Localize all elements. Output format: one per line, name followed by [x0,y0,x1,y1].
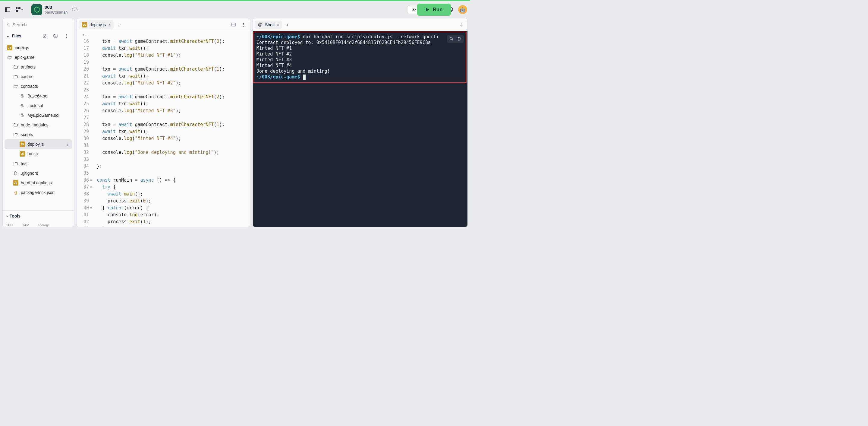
shell-tab-bar: Shell × + ⋮ [253,19,467,31]
tree-item-label: Base64.sol [27,93,48,98]
project-info: 003 paulCoinman [44,4,68,15]
file-icon [13,170,19,176]
tree-item[interactable]: cache [4,72,72,82]
solidity-icon [20,113,25,118]
tree-item[interactable]: scripts [4,130,72,139]
chevron-right-icon: › [6,214,8,219]
js-icon: JS [7,45,12,50]
cloud-sync-icon[interactable] [70,5,79,14]
tree-item[interactable]: node_modules [4,120,72,130]
search-input[interactable] [12,22,70,27]
add-tab-button[interactable]: + [115,21,123,29]
more-icon[interactable]: ⋮ [239,20,248,29]
ram-label: RAM [22,223,29,227]
tree-item-label: node_modules [21,122,49,127]
svg-marker-5 [34,7,39,12]
storage-label: Storage [38,223,50,227]
shell-terminal[interactable]: ~/003/epic-game$ npx hardhat run scripts… [253,31,467,227]
tools-label: Tools [10,214,21,219]
svg-marker-11 [22,96,24,98]
tree-item-label: MyEpicGame.sol [27,113,59,118]
svg-rect-3 [19,7,21,9]
footer-stats: CPU RAM Storage [3,222,74,227]
editor-tab-bar: JS deploy.js × + ⋮ [77,19,250,31]
shell-tab-label: Shell [265,22,274,27]
tree-item[interactable]: epic-game [4,53,72,62]
tree-item[interactable]: JSdeploy.js⋮ [4,139,72,149]
tree-item-label: run.js [27,151,38,156]
tree-item[interactable]: {}package-lock.json [4,188,72,197]
svg-rect-2 [16,7,18,9]
tree-item[interactable]: test [4,159,72,168]
add-tab-button[interactable]: + [283,21,292,29]
tree-item-label: package-lock.json [21,190,55,195]
tab-deploy-js[interactable]: JS deploy.js × [79,20,114,29]
folder-open-icon [7,55,12,60]
sidebar: ⌄ Files ⋮ JSindex.jsepic-gameartifactsca… [2,18,74,227]
tree-item-label: cache [21,74,32,79]
shell-panel: Shell × + ⋮ ~/003/epic-game$ npx hardhat… [253,18,468,227]
tree-item[interactable]: Base64.sol [4,91,72,101]
new-folder-icon[interactable] [51,31,60,40]
tab-shell[interactable]: Shell × [255,21,282,29]
tab-label: deploy.js [90,22,106,27]
code-area[interactable]: 1617181920212223242526272829303132333435… [77,38,250,227]
breadcrumb[interactable]: › ... [77,31,250,38]
tree-item-label: deploy.js [27,142,44,147]
shell-search-icon[interactable] [450,36,454,41]
tree-item[interactable]: Lock.sol [4,101,72,110]
project-name: 003 [44,4,68,10]
json-icon: {} [13,190,19,195]
svg-point-9 [7,24,9,25]
tree-item-label: index.js [15,45,29,50]
more-icon[interactable]: ⋮ [65,142,70,147]
shell-icon [258,22,262,27]
tree-item[interactable]: MyEpicGame.sol [4,110,72,120]
cpu-label: CPU [6,223,13,227]
invite-icon [412,7,416,12]
tree-item-label: contracts [21,84,38,89]
new-file-icon[interactable] [40,31,49,40]
tree-item-label: artifacts [21,64,36,69]
run-button[interactable]: Run [417,4,451,16]
more-icon[interactable]: ⋮ [62,31,71,40]
file-tree: JSindex.jsepic-gameartifactscachecontrac… [3,42,74,210]
close-icon[interactable]: × [108,22,111,27]
more-icon[interactable]: ⋮ [457,20,466,29]
folder-open-icon [13,84,19,89]
apps-icon[interactable]: ▾ [14,5,24,14]
tools-section[interactable]: › Tools [3,210,74,222]
search-icon [7,22,10,27]
topbar: ▾ 003 paulCoinman Run Invite 🤖 [0,0,470,18]
tree-item-label: test [21,161,28,166]
folder-open-icon [13,132,19,137]
avatar[interactable]: 🤖 [458,5,467,14]
tree-item[interactable]: JShardhat.config.js [4,178,72,188]
close-icon[interactable]: × [277,22,279,27]
folder-icon [13,64,19,70]
files-header[interactable]: ⌄ Files ⋮ [3,30,74,42]
js-icon: JS [82,22,87,27]
svg-marker-10 [21,94,23,96]
tree-item-label: epic-game [15,55,34,60]
svg-point-18 [450,37,453,40]
files-label: Files [12,33,22,38]
svg-rect-4 [16,10,18,12]
tree-item[interactable]: JSindex.js [4,43,72,53]
tree-item[interactable]: .gitignore [4,168,72,178]
tree-item[interactable]: artifacts [4,62,72,72]
tree-item[interactable]: JSrun.js [4,149,72,159]
tree-item-label: scripts [21,132,33,137]
tree-item-label: Lock.sol [27,103,43,108]
trash-icon[interactable] [457,36,461,41]
svg-rect-1 [5,7,7,12]
editor-panel: JS deploy.js × + ⋮ › ... 161718192021222… [76,18,250,227]
svg-rect-16 [231,23,236,26]
tree-item[interactable]: contracts [4,82,72,91]
solidity-icon [20,103,25,108]
folder-icon [13,122,19,127]
preview-icon[interactable] [229,20,238,29]
js-icon: JS [20,151,25,157]
nodejs-icon [31,4,42,15]
layout-toggle-icon[interactable] [3,5,12,14]
